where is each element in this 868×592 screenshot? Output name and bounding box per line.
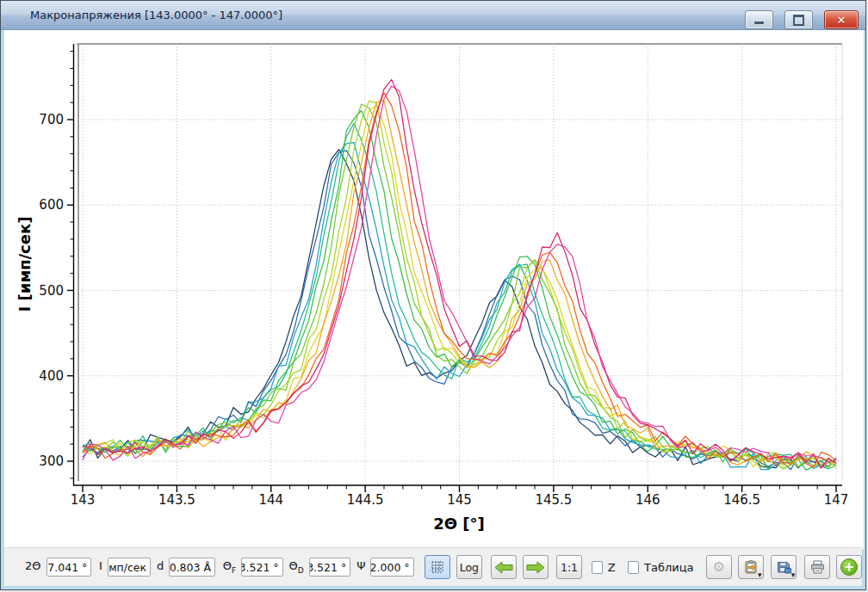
2theta-field[interactable]: 147.041 ° xyxy=(46,558,92,577)
svg-text:145: 145 xyxy=(447,492,472,508)
field-label-2theta: 2Θ xyxy=(25,559,41,575)
table-checkbox-label: Таблица xyxy=(644,561,694,574)
z-checkbox[interactable] xyxy=(592,561,603,574)
window-title: Макронапряжения [143.0000° - 147.0000°] xyxy=(30,1,282,29)
dropdown-caret-icon: ▾ xyxy=(791,571,796,579)
save-floppy-icon xyxy=(777,560,791,574)
svg-text:2Θ [°]: 2Θ [°] xyxy=(433,515,485,533)
clipboard-export-icon xyxy=(744,560,758,574)
field-label-theta-d: ΘD xyxy=(289,559,304,575)
svg-text:600: 600 xyxy=(39,197,64,213)
grid-toggle-button[interactable] xyxy=(425,555,450,579)
client-area: 143143.5144144.5145145.5146146.514730040… xyxy=(4,30,862,586)
svg-text:147: 147 xyxy=(824,492,849,508)
svg-text:143.5: 143.5 xyxy=(158,492,195,508)
save-button[interactable]: ▾ xyxy=(771,555,797,579)
svg-text:400: 400 xyxy=(39,368,64,384)
svg-text:144.5: 144.5 xyxy=(347,492,384,508)
copy-to-clipboard-button[interactable]: ▾ xyxy=(738,555,764,579)
minimize-icon xyxy=(754,22,764,24)
window-controls: ✕ xyxy=(745,10,859,29)
svg-text:146: 146 xyxy=(636,492,660,508)
z-checkbox-label: Z xyxy=(608,561,616,574)
svg-text:143: 143 xyxy=(71,492,96,508)
arrow-right-icon xyxy=(526,561,545,574)
intensity-field[interactable]: имп/сек xyxy=(108,558,151,577)
field-label-theta-f: ΘF xyxy=(223,559,236,575)
svg-text:145.5: 145.5 xyxy=(535,492,572,508)
maximize-button[interactable] xyxy=(784,10,813,29)
bottom-toolbar: 2Θ 147.041 ° I имп/сек d 0.803 Å ΘF 73.5… xyxy=(4,547,862,586)
svg-text:300: 300 xyxy=(39,453,64,469)
svg-text:500: 500 xyxy=(39,283,64,299)
arrow-left-icon xyxy=(494,561,513,574)
dropdown-caret-icon: ▾ xyxy=(758,571,762,579)
svg-text:I [имп/сек]: I [имп/сек] xyxy=(16,217,34,312)
close-button[interactable]: ✕ xyxy=(824,10,859,29)
next-range-button[interactable] xyxy=(523,555,549,579)
grid-icon xyxy=(431,560,444,574)
gear-icon: ⚙ xyxy=(712,560,724,574)
log-scale-button[interactable]: Log xyxy=(456,555,482,579)
field-label-psi: Ψ xyxy=(356,559,365,575)
field-label-d: d xyxy=(157,559,164,575)
settings-button[interactable]: ⚙ xyxy=(706,555,732,579)
close-icon: ✕ xyxy=(837,15,846,26)
theta-d-field[interactable]: 73.521 ° xyxy=(309,558,350,577)
title-bar[interactable]: Макронапряжения [143.0000° - 147.0000°] … xyxy=(1,1,865,30)
psi-field[interactable]: 2.000 ° xyxy=(370,558,413,577)
table-checkbox[interactable] xyxy=(628,561,639,574)
svg-text:700: 700 xyxy=(39,112,64,127)
theta-f-field[interactable]: 73.521 ° xyxy=(241,558,282,577)
add-button[interactable]: + xyxy=(836,555,862,579)
prev-range-button[interactable] xyxy=(491,555,517,579)
svg-text:146.5: 146.5 xyxy=(723,492,760,508)
print-button[interactable] xyxy=(804,555,830,579)
app-window: Макронапряжения [143.0000° - 147.0000°] … xyxy=(0,0,866,590)
one-to-one-button[interactable]: 1:1 xyxy=(556,555,582,579)
plus-icon: + xyxy=(840,558,858,576)
maximize-icon xyxy=(793,15,804,26)
printer-icon xyxy=(810,560,825,574)
field-label-intensity: I xyxy=(99,559,102,575)
svg-text:144: 144 xyxy=(258,492,283,508)
diffraction-plot[interactable]: 143143.5144144.5145145.5146146.514730040… xyxy=(4,30,864,549)
minimize-button[interactable] xyxy=(745,10,773,29)
d-spacing-field[interactable]: 0.803 Å xyxy=(169,558,215,577)
